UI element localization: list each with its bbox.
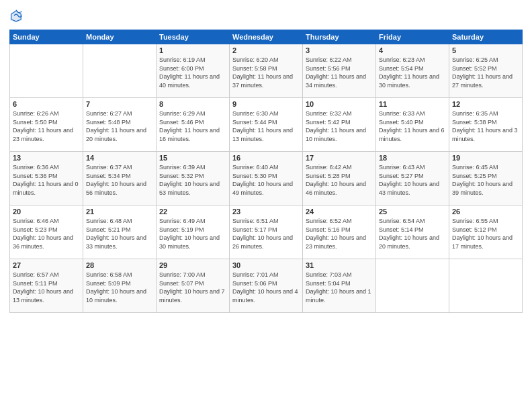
- header-cell-friday: Friday: [376, 30, 449, 44]
- cell-content: Sunrise: 7:03 AMSunset: 5:04 PMDaylight:…: [306, 271, 373, 304]
- cell-content: Sunrise: 6:29 AMSunset: 5:46 PMDaylight:…: [159, 109, 226, 143]
- cell-content: Sunrise: 6:51 AMSunset: 5:17 PMDaylight:…: [232, 217, 300, 250]
- calendar-cell: 18Sunrise: 6:43 AMSunset: 5:27 PMDayligh…: [376, 152, 449, 205]
- calendar-cell: 28Sunrise: 6:58 AMSunset: 5:09 PMDayligh…: [83, 259, 157, 313]
- cell-content: Sunrise: 6:26 AMSunset: 5:50 PMDaylight:…: [13, 109, 80, 143]
- calendar-table: SundayMondayTuesdayWednesdayThursdayFrid…: [9, 30, 523, 313]
- cell-content: Sunrise: 6:58 AMSunset: 5:09 PMDaylight:…: [86, 271, 153, 304]
- calendar-cell: 5Sunrise: 6:25 AMSunset: 5:52 PMDaylight…: [449, 44, 523, 98]
- calendar-cell: 30Sunrise: 7:01 AMSunset: 5:06 PMDayligh…: [230, 259, 303, 313]
- calendar-cell: 9Sunrise: 6:30 AMSunset: 5:44 PMDaylight…: [230, 98, 303, 152]
- day-number: 10: [306, 100, 373, 108]
- calendar-cell: 13Sunrise: 6:36 AMSunset: 5:36 PMDayligh…: [10, 152, 83, 205]
- day-number: 7: [86, 100, 153, 108]
- day-number: 31: [306, 261, 373, 269]
- day-number: 1: [159, 46, 226, 54]
- day-number: 14: [86, 154, 153, 162]
- day-number: 5: [452, 46, 519, 54]
- cell-content: Sunrise: 6:46 AMSunset: 5:23 PMDaylight:…: [13, 217, 80, 250]
- cell-content: Sunrise: 7:00 AMSunset: 5:07 PMDaylight:…: [159, 271, 226, 304]
- calendar-cell: 10Sunrise: 6:32 AMSunset: 5:42 PMDayligh…: [303, 98, 376, 152]
- week-row-3: 20Sunrise: 6:46 AMSunset: 5:23 PMDayligh…: [10, 205, 523, 259]
- day-number: 23: [232, 208, 300, 216]
- week-row-1: 6Sunrise: 6:26 AMSunset: 5:50 PMDaylight…: [10, 98, 523, 152]
- cell-content: Sunrise: 6:20 AMSunset: 5:58 PMDaylight:…: [232, 56, 300, 89]
- calendar-cell: 27Sunrise: 6:57 AMSunset: 5:11 PMDayligh…: [10, 259, 83, 313]
- day-number: 28: [86, 261, 153, 269]
- cell-content: Sunrise: 6:43 AMSunset: 5:27 PMDaylight:…: [379, 163, 446, 197]
- calendar-cell: 4Sunrise: 6:23 AMSunset: 5:54 PMDaylight…: [376, 44, 449, 98]
- day-number: 9: [232, 100, 300, 108]
- day-number: 2: [232, 46, 300, 54]
- calendar-cell: 26Sunrise: 6:55 AMSunset: 5:12 PMDayligh…: [449, 205, 523, 259]
- cell-content: Sunrise: 6:27 AMSunset: 5:48 PMDaylight:…: [86, 109, 153, 143]
- header-cell-wednesday: Wednesday: [230, 30, 303, 44]
- cell-content: Sunrise: 6:39 AMSunset: 5:32 PMDaylight:…: [159, 163, 226, 197]
- calendar-cell: 16Sunrise: 6:40 AMSunset: 5:30 PMDayligh…: [230, 152, 303, 205]
- cell-content: Sunrise: 6:57 AMSunset: 5:11 PMDaylight:…: [13, 271, 80, 304]
- day-number: 19: [452, 154, 519, 162]
- header-cell-monday: Monday: [83, 30, 157, 44]
- cell-content: Sunrise: 6:54 AMSunset: 5:14 PMDaylight:…: [379, 217, 446, 250]
- day-number: 26: [452, 208, 519, 216]
- svg-marker-0: [10, 10, 21, 23]
- day-number: 30: [232, 261, 300, 269]
- cell-content: Sunrise: 7:01 AMSunset: 5:06 PMDaylight:…: [232, 271, 300, 304]
- day-number: 21: [86, 208, 153, 216]
- cell-content: Sunrise: 6:52 AMSunset: 5:16 PMDaylight:…: [306, 217, 373, 250]
- calendar-cell: 21Sunrise: 6:48 AMSunset: 5:21 PMDayligh…: [83, 205, 157, 259]
- calendar-cell: 6Sunrise: 6:26 AMSunset: 5:50 PMDaylight…: [10, 98, 83, 152]
- calendar-cell: 19Sunrise: 6:45 AMSunset: 5:25 PMDayligh…: [449, 152, 523, 205]
- calendar-cell: 31Sunrise: 7:03 AMSunset: 5:04 PMDayligh…: [303, 259, 376, 313]
- calendar-cell: 17Sunrise: 6:42 AMSunset: 5:28 PMDayligh…: [303, 152, 376, 205]
- day-number: 13: [13, 154, 80, 162]
- calendar-container: SundayMondayTuesdayWednesdayThursdayFrid…: [0, 0, 532, 411]
- calendar-cell: 14Sunrise: 6:37 AMSunset: 5:34 PMDayligh…: [83, 152, 157, 205]
- cell-content: Sunrise: 6:33 AMSunset: 5:40 PMDaylight:…: [379, 109, 446, 143]
- calendar-cell: 11Sunrise: 6:33 AMSunset: 5:40 PMDayligh…: [376, 98, 449, 152]
- cell-content: Sunrise: 6:40 AMSunset: 5:30 PMDaylight:…: [232, 163, 300, 197]
- header-cell-sunday: Sunday: [10, 30, 83, 44]
- day-number: 3: [306, 46, 373, 54]
- day-number: 8: [159, 100, 226, 108]
- logo: [9, 8, 24, 24]
- cell-content: Sunrise: 6:19 AMSunset: 6:00 PMDaylight:…: [159, 56, 226, 89]
- day-number: 29: [159, 261, 226, 269]
- day-number: 18: [379, 154, 446, 162]
- day-number: 25: [379, 208, 446, 216]
- calendar-cell: [10, 44, 83, 98]
- day-number: 17: [306, 154, 373, 162]
- calendar-cell: [83, 44, 157, 98]
- logo-icon: [9, 8, 23, 24]
- calendar-cell: 25Sunrise: 6:54 AMSunset: 5:14 PMDayligh…: [376, 205, 449, 259]
- week-row-4: 27Sunrise: 6:57 AMSunset: 5:11 PMDayligh…: [10, 259, 523, 313]
- calendar-cell: 1Sunrise: 6:19 AMSunset: 6:00 PMDaylight…: [157, 44, 230, 98]
- calendar-cell: 29Sunrise: 7:00 AMSunset: 5:07 PMDayligh…: [157, 259, 230, 313]
- calendar-cell: 3Sunrise: 6:22 AMSunset: 5:56 PMDaylight…: [303, 44, 376, 98]
- day-number: 11: [379, 100, 446, 108]
- header: [9, 8, 523, 24]
- calendar-cell: 8Sunrise: 6:29 AMSunset: 5:46 PMDaylight…: [157, 98, 230, 152]
- week-row-0: 1Sunrise: 6:19 AMSunset: 6:00 PMDaylight…: [10, 44, 523, 98]
- cell-content: Sunrise: 6:48 AMSunset: 5:21 PMDaylight:…: [86, 217, 153, 250]
- day-number: 27: [13, 261, 80, 269]
- calendar-cell: 7Sunrise: 6:27 AMSunset: 5:48 PMDaylight…: [83, 98, 157, 152]
- day-number: 4: [379, 46, 446, 54]
- calendar-cell: 2Sunrise: 6:20 AMSunset: 5:58 PMDaylight…: [230, 44, 303, 98]
- calendar-cell: 22Sunrise: 6:49 AMSunset: 5:19 PMDayligh…: [157, 205, 230, 259]
- cell-content: Sunrise: 6:45 AMSunset: 5:25 PMDaylight:…: [452, 163, 519, 197]
- calendar-cell: [376, 259, 449, 313]
- cell-content: Sunrise: 6:35 AMSunset: 5:38 PMDaylight:…: [452, 109, 519, 143]
- calendar-cell: 20Sunrise: 6:46 AMSunset: 5:23 PMDayligh…: [10, 205, 83, 259]
- cell-content: Sunrise: 6:55 AMSunset: 5:12 PMDaylight:…: [452, 217, 519, 250]
- day-number: 12: [452, 100, 519, 108]
- week-row-2: 13Sunrise: 6:36 AMSunset: 5:36 PMDayligh…: [10, 152, 523, 205]
- cell-content: Sunrise: 6:37 AMSunset: 5:34 PMDaylight:…: [86, 163, 153, 197]
- header-cell-thursday: Thursday: [303, 30, 376, 44]
- day-number: 16: [232, 154, 300, 162]
- calendar-cell: [449, 259, 523, 313]
- cell-content: Sunrise: 6:25 AMSunset: 5:52 PMDaylight:…: [452, 56, 519, 89]
- cell-content: Sunrise: 6:30 AMSunset: 5:44 PMDaylight:…: [232, 109, 300, 143]
- calendar-cell: 12Sunrise: 6:35 AMSunset: 5:38 PMDayligh…: [449, 98, 523, 152]
- cell-content: Sunrise: 6:36 AMSunset: 5:36 PMDaylight:…: [13, 163, 80, 197]
